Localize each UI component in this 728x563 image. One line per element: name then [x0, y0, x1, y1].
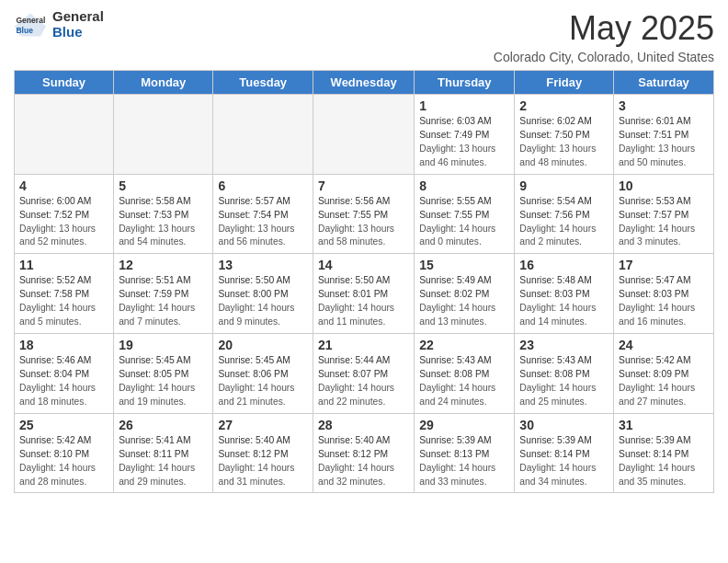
- sunset-label: Sunset: 8:11 PM: [119, 449, 188, 459]
- daylight-label: Daylight: 13 hours and 50 minutes.: [619, 144, 695, 167]
- day-info: Sunrise: 5:47 AMSunset: 8:03 PMDaylight:…: [619, 274, 709, 329]
- day-cell-13: 13Sunrise: 5:50 AMSunset: 8:00 PMDayligh…: [213, 254, 313, 334]
- sunset-label: Sunset: 8:12 PM: [318, 449, 388, 459]
- sunrise-label: Sunrise: 5:53 AM: [619, 196, 690, 206]
- day-cell-12: 12Sunrise: 5:51 AMSunset: 7:59 PMDayligh…: [114, 254, 213, 334]
- sunrise-label: Sunrise: 5:42 AM: [619, 355, 690, 365]
- daylight-label: Daylight: 14 hours and 35 minutes.: [619, 463, 695, 487]
- calendar-body: 1Sunrise: 6:03 AMSunset: 7:49 PMDaylight…: [15, 95, 714, 493]
- sunset-label: Sunset: 8:03 PM: [519, 289, 589, 299]
- daylight-label: Daylight: 14 hours and 22 minutes.: [318, 383, 394, 407]
- sunset-label: Sunset: 7:50 PM: [519, 130, 589, 140]
- day-number: 3: [619, 98, 709, 113]
- day-number: 13: [218, 258, 308, 272]
- sunset-label: Sunset: 7:55 PM: [419, 210, 489, 220]
- sunrise-label: Sunrise: 5:57 AM: [218, 196, 290, 206]
- day-number: 11: [19, 258, 108, 272]
- sunset-label: Sunset: 7:59 PM: [119, 289, 188, 299]
- day-info: Sunrise: 5:55 AMSunset: 7:55 PMDaylight:…: [419, 195, 509, 250]
- day-info: Sunrise: 5:43 AMSunset: 8:08 PMDaylight:…: [419, 354, 509, 409]
- week-row-2: 4Sunrise: 6:00 AMSunset: 7:52 PMDaylight…: [15, 174, 714, 254]
- day-cell-9: 9Sunrise: 5:54 AMSunset: 7:56 PMDaylight…: [515, 174, 614, 254]
- day-info: Sunrise: 5:40 AMSunset: 8:12 PMDaylight:…: [318, 434, 409, 489]
- sunrise-label: Sunrise: 5:43 AM: [419, 355, 491, 365]
- weekday-monday: Monday: [114, 71, 213, 95]
- sunset-label: Sunset: 8:04 PM: [19, 369, 89, 379]
- day-number: 4: [19, 178, 108, 193]
- day-number: 27: [218, 418, 308, 432]
- sunset-label: Sunset: 8:08 PM: [519, 369, 589, 379]
- sunrise-label: Sunrise: 5:52 AM: [19, 275, 91, 285]
- sunrise-label: Sunrise: 5:42 AM: [19, 435, 91, 445]
- week-row-3: 11Sunrise: 5:52 AMSunset: 7:58 PMDayligh…: [15, 254, 714, 334]
- sunset-label: Sunset: 8:14 PM: [519, 449, 589, 459]
- day-info: Sunrise: 5:57 AMSunset: 7:54 PMDaylight:…: [218, 195, 308, 250]
- day-number: 12: [119, 258, 208, 272]
- day-number: 5: [119, 178, 208, 193]
- sunset-label: Sunset: 7:56 PM: [519, 210, 589, 220]
- logo-blue: Blue: [52, 25, 104, 40]
- day-info: Sunrise: 5:39 AMSunset: 8:14 PMDaylight:…: [619, 434, 709, 489]
- day-number: 22: [419, 338, 509, 352]
- day-cell-23: 23Sunrise: 5:43 AMSunset: 8:08 PMDayligh…: [515, 334, 614, 414]
- sunrise-label: Sunrise: 5:39 AM: [419, 435, 491, 445]
- day-cell-empty-3: [313, 95, 414, 175]
- daylight-label: Daylight: 14 hours and 31 minutes.: [218, 463, 294, 487]
- sunrise-label: Sunrise: 5:45 AM: [119, 355, 190, 365]
- sunset-label: Sunset: 8:13 PM: [419, 449, 489, 459]
- sunrise-label: Sunrise: 5:39 AM: [619, 435, 690, 445]
- day-number: 10: [619, 178, 709, 193]
- daylight-label: Daylight: 14 hours and 34 minutes.: [519, 463, 596, 487]
- day-info: Sunrise: 6:02 AMSunset: 7:50 PMDaylight:…: [519, 115, 609, 170]
- sunset-label: Sunset: 7:54 PM: [218, 210, 288, 220]
- day-cell-1: 1Sunrise: 6:03 AMSunset: 7:49 PMDaylight…: [415, 95, 515, 175]
- sunset-label: Sunset: 8:06 PM: [218, 369, 288, 379]
- day-info: Sunrise: 6:00 AMSunset: 7:52 PMDaylight:…: [19, 195, 108, 250]
- day-info: Sunrise: 5:50 AMSunset: 8:00 PMDaylight:…: [218, 274, 308, 329]
- day-info: Sunrise: 5:50 AMSunset: 8:01 PMDaylight:…: [318, 274, 409, 329]
- weekday-thursday: Thursday: [415, 71, 515, 95]
- weekday-tuesday: Tuesday: [213, 71, 313, 95]
- day-cell-7: 7Sunrise: 5:56 AMSunset: 7:55 PMDaylight…: [313, 174, 414, 254]
- day-info: Sunrise: 6:03 AMSunset: 7:49 PMDaylight:…: [419, 115, 509, 170]
- daylight-label: Daylight: 14 hours and 3 minutes.: [619, 224, 695, 247]
- daylight-label: Daylight: 13 hours and 54 minutes.: [119, 224, 195, 247]
- daylight-label: Daylight: 14 hours and 16 minutes.: [619, 303, 695, 327]
- daylight-label: Daylight: 13 hours and 46 minutes.: [419, 144, 495, 167]
- sunrise-label: Sunrise: 5:50 AM: [218, 275, 290, 285]
- daylight-label: Daylight: 13 hours and 48 minutes.: [519, 144, 596, 167]
- day-info: Sunrise: 5:53 AMSunset: 7:57 PMDaylight:…: [619, 195, 709, 250]
- daylight-label: Daylight: 14 hours and 9 minutes.: [218, 303, 294, 327]
- day-number: 14: [318, 258, 409, 272]
- day-number: 6: [218, 178, 308, 193]
- week-row-5: 25Sunrise: 5:42 AMSunset: 8:10 PMDayligh…: [15, 413, 714, 493]
- daylight-label: Daylight: 14 hours and 14 minutes.: [519, 303, 596, 327]
- day-number: 9: [519, 178, 609, 193]
- day-number: 16: [519, 258, 609, 272]
- day-number: 20: [218, 338, 308, 352]
- sunrise-label: Sunrise: 5:50 AM: [318, 275, 390, 285]
- calendar-header: SundayMondayTuesdayWednesdayThursdayFrid…: [15, 71, 714, 95]
- daylight-label: Daylight: 14 hours and 0 minutes.: [419, 224, 495, 247]
- day-number: 21: [318, 338, 409, 352]
- sunset-label: Sunset: 8:14 PM: [619, 449, 688, 459]
- day-cell-29: 29Sunrise: 5:39 AMSunset: 8:13 PMDayligh…: [415, 413, 515, 493]
- day-cell-6: 6Sunrise: 5:57 AMSunset: 7:54 PMDaylight…: [213, 174, 313, 254]
- day-cell-24: 24Sunrise: 5:42 AMSunset: 8:09 PMDayligh…: [614, 334, 714, 414]
- daylight-label: Daylight: 13 hours and 58 minutes.: [318, 224, 394, 247]
- day-number: 29: [419, 418, 509, 432]
- day-info: Sunrise: 5:42 AMSunset: 8:09 PMDaylight:…: [619, 354, 709, 409]
- day-cell-empty-0: [15, 95, 114, 175]
- daylight-label: Daylight: 14 hours and 28 minutes.: [19, 463, 96, 487]
- day-info: Sunrise: 5:45 AMSunset: 8:05 PMDaylight:…: [119, 354, 208, 409]
- daylight-label: Daylight: 14 hours and 29 minutes.: [119, 463, 195, 487]
- title-area: May 2025 Colorado City, Colorado, United…: [494, 9, 714, 64]
- sunset-label: Sunset: 7:51 PM: [619, 130, 688, 140]
- day-cell-17: 17Sunrise: 5:47 AMSunset: 8:03 PMDayligh…: [614, 254, 714, 334]
- daylight-label: Daylight: 13 hours and 56 minutes.: [218, 224, 294, 247]
- day-cell-11: 11Sunrise: 5:52 AMSunset: 7:58 PMDayligh…: [15, 254, 114, 334]
- day-number: 26: [119, 418, 208, 432]
- sunset-label: Sunset: 8:10 PM: [19, 449, 89, 459]
- day-cell-16: 16Sunrise: 5:48 AMSunset: 8:03 PMDayligh…: [515, 254, 614, 334]
- day-cell-3: 3Sunrise: 6:01 AMSunset: 7:51 PMDaylight…: [614, 95, 714, 175]
